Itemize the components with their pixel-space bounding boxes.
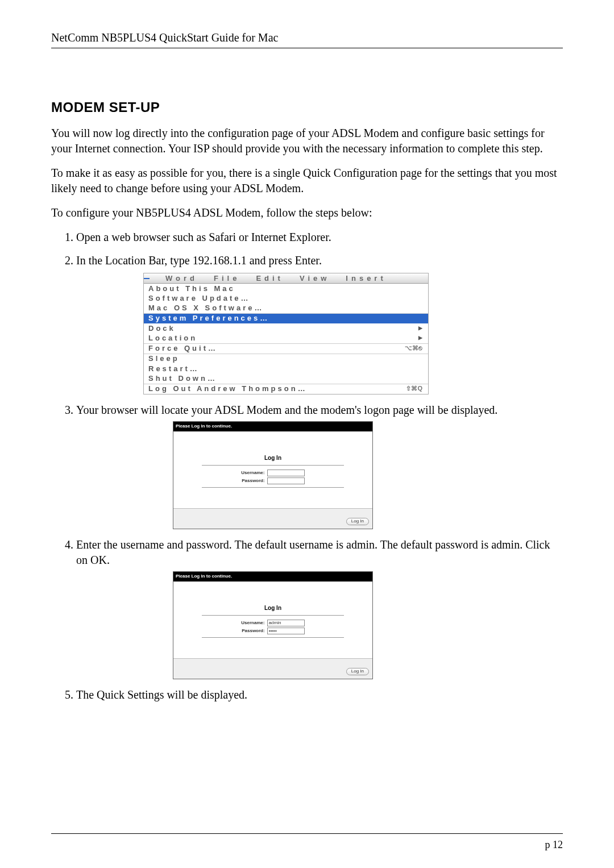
step-3: Your browser will locate your ADSL Modem… (76, 402, 563, 529)
step-2: In the Location Bar, type 192.168.1.1 an… (76, 253, 563, 394)
menu-file[interactable]: File (214, 275, 240, 282)
menu-system-preferences[interactable]: System Preferences… (144, 314, 428, 323)
menu-word[interactable]: Word (165, 275, 198, 282)
intro-para-2: To make it as easy as possible for you, … (51, 165, 563, 196)
menu-dock[interactable]: Dock▶ (144, 323, 428, 333)
password-label: Password: (241, 627, 267, 635)
shortcut-logout: ⇧⌘Q (406, 385, 422, 393)
login-rule (202, 487, 344, 488)
steps-list: Open a web browser such as Safari or Int… (51, 230, 563, 703)
shortcut-force-quit: ⌥⌘⎋ (405, 344, 422, 352)
login-footer: Log In (173, 658, 372, 679)
login-figure-empty: Please Log In to continue. Log In Userna… (173, 421, 373, 529)
login-heading: Log In (202, 604, 344, 612)
login-rule (202, 637, 344, 638)
mac-menubar: Word File Edit View Insert (144, 273, 428, 284)
menu-insert[interactable]: Insert (346, 275, 386, 282)
apple-menu-dropdown: About This Mac Software Update… Mac OS X… (144, 284, 428, 394)
password-input[interactable] (267, 477, 305, 484)
login-button[interactable]: Log In (346, 518, 369, 525)
login-footer: Log In (173, 508, 372, 529)
footer-rule (51, 833, 563, 834)
menu-macosx-software[interactable]: Mac OS X Software… (144, 304, 428, 313)
step-3-text: Your browser will locate your ADSL Modem… (76, 404, 497, 416)
step-4-text: Enter the username and password. The def… (76, 538, 550, 566)
login-button[interactable]: Log In (346, 668, 369, 675)
apple-menu-figure: Word File Edit View Insert About This Ma… (143, 273, 429, 394)
menu-edit[interactable]: Edit (256, 275, 284, 282)
step-4: Enter the username and password. The def… (76, 537, 563, 679)
login-rule (202, 465, 344, 466)
login-titlebar: Please Log In to continue. (173, 572, 372, 582)
step-2-text: In the Location Bar, type 192.168.1.1 an… (76, 254, 322, 267)
menu-sleep[interactable]: Sleep (144, 354, 428, 364)
username-label: Username: (241, 469, 267, 477)
apple-icon[interactable] (144, 278, 150, 279)
header-rule (51, 48, 563, 48)
intro-para-3: To configure your NB5PLUS4 ADSL Modem, f… (51, 205, 563, 221)
submenu-arrow-icon: ▶ (418, 325, 422, 331)
running-header: NetComm NB5PLUS4 QuickStart Guide for Ma… (51, 31, 563, 44)
password-label: Password: (241, 477, 267, 485)
username-input[interactable]: admin (267, 620, 305, 626)
menu-view[interactable]: View (300, 275, 330, 282)
intro-para-1: You will now log directly into the confi… (51, 126, 563, 156)
menu-force-quit[interactable]: Force Quit…⌥⌘⎋ (144, 344, 428, 354)
menu-location[interactable]: Location▶ (144, 333, 428, 343)
login-titlebar: Please Log In to continue. (173, 422, 372, 431)
step-5: The Quick Settings will be displayed. (76, 687, 563, 703)
menu-about-this-mac[interactable]: About This Mac (144, 284, 428, 293)
page-number: p 12 (545, 839, 563, 851)
username-input[interactable] (267, 470, 305, 476)
submenu-arrow-icon: ▶ (418, 335, 422, 341)
step-1: Open a web browser such as Safari or Int… (76, 230, 563, 245)
login-rule (202, 615, 344, 616)
password-input[interactable]: ••••• (267, 628, 305, 634)
username-label: Username: (241, 619, 267, 627)
menu-restart[interactable]: Restart… (144, 364, 428, 373)
section-title: MODEM SET-UP (51, 99, 563, 115)
menu-logout[interactable]: Log Out Andrew Thompson…⇧⌘Q (144, 384, 428, 394)
menu-software-update[interactable]: Software Update… (144, 293, 428, 303)
login-figure-filled: Please Log In to continue. Log In Userna… (173, 571, 373, 679)
menu-shut-down[interactable]: Shut Down… (144, 373, 428, 383)
login-heading: Log In (202, 454, 344, 462)
